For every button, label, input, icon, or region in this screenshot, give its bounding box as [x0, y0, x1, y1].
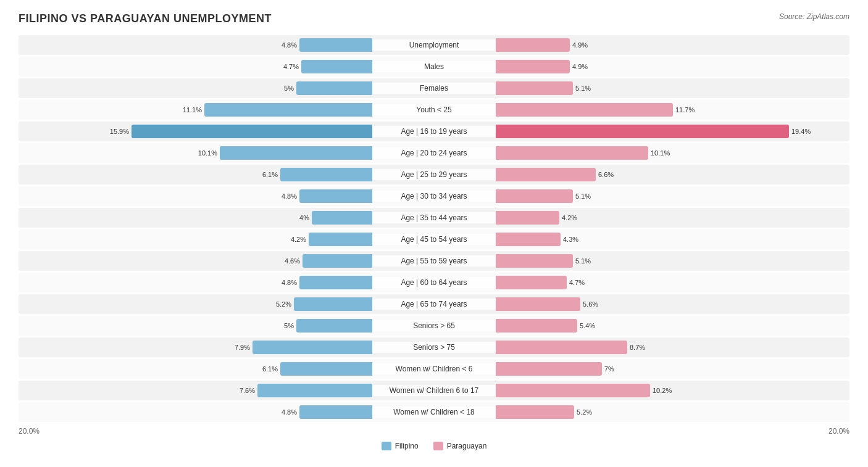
bar-blue: 5%	[296, 319, 372, 333]
right-value: 5.2%	[577, 408, 592, 416]
left-section: 6.1%	[19, 165, 372, 184]
left-section: 5%	[19, 78, 372, 98]
right-bar-container: 4.7%	[496, 276, 849, 289]
center-label: Age | 60 to 64 years	[372, 277, 496, 288]
left-bar-container: 4%	[19, 211, 372, 225]
right-bar-container: 11.7%	[496, 103, 849, 117]
left-bar-container: 4.8%	[19, 189, 372, 203]
right-value: 10.2%	[653, 387, 672, 394]
right-section: 5.1%	[496, 186, 849, 206]
right-section: 4.3%	[496, 229, 849, 249]
chart-row-10: 4.6% Age | 55 to 59 years 5.1%	[19, 251, 849, 271]
bar-pink: 8.7%	[496, 341, 627, 354]
axis-left-label: 20.0%	[19, 427, 372, 436]
left-bar-container: 4.7%	[19, 60, 372, 73]
chart-row-8: 4% Age | 35 to 44 years 4.2%	[19, 208, 849, 228]
chart-row-6: 6.1% Age | 25 to 29 years 6.6%	[19, 165, 849, 184]
left-value: 4.7%	[283, 63, 299, 70]
right-value: 4.2%	[562, 214, 577, 221]
bar-blue: 5%	[296, 81, 372, 95]
left-section: 4%	[19, 208, 372, 228]
left-value: 4.8%	[282, 41, 297, 49]
left-value: 5%	[284, 85, 294, 92]
bar-blue: 4.8%	[299, 189, 372, 203]
right-bar-container: 5.1%	[496, 189, 849, 203]
bar-blue: 6.1%	[280, 362, 372, 376]
legend-label-filipino: Filipino	[395, 442, 419, 450]
center-label: Women w/ Children 6 to 17	[372, 385, 496, 396]
chart-row-15: 6.1% Women w/ Children < 6 7%	[19, 359, 849, 379]
right-bar-container: 6.6%	[496, 168, 849, 181]
right-section: 10.2%	[496, 381, 849, 400]
legend-label-paraguayan: Paraguayan	[447, 442, 487, 450]
bar-pink: 4.9%	[496, 38, 570, 52]
left-value: 5.2%	[276, 300, 291, 308]
right-value: 5.6%	[583, 300, 598, 308]
left-bar-container: 7.9%	[19, 341, 372, 354]
bar-blue: 5.2%	[294, 297, 372, 311]
center-label: Youth < 25	[372, 104, 496, 115]
right-bar-container: 5.6%	[496, 297, 849, 311]
bar-blue: 15.9%	[131, 125, 372, 138]
bar-pink: 4.7%	[496, 276, 567, 289]
chart-row-12: 5.2% Age | 65 to 74 years 5.6%	[19, 294, 849, 314]
right-value: 6.6%	[598, 171, 614, 178]
left-section: 5%	[19, 316, 372, 336]
left-value: 7.6%	[240, 387, 255, 394]
bar-pink: 11.7%	[496, 103, 673, 117]
left-section: 4.8%	[19, 402, 372, 422]
right-value: 19.4%	[791, 128, 811, 135]
chart-row-16: 7.6% Women w/ Children 6 to 17 10.2%	[19, 381, 849, 400]
left-section: 11.1%	[19, 100, 372, 120]
right-section: 5.2%	[496, 402, 849, 422]
right-bar-container: 4.3%	[496, 233, 849, 246]
bar-blue: 11.1%	[204, 103, 372, 117]
center-label: Age | 25 to 29 years	[372, 169, 496, 180]
right-bar-container: 5.1%	[496, 254, 849, 268]
left-section: 6.1%	[19, 359, 372, 379]
bar-pink: 5.4%	[496, 319, 577, 333]
bar-blue: 4.6%	[303, 254, 372, 268]
chart-row-7: 4.8% Age | 30 to 34 years 5.1%	[19, 186, 849, 206]
left-section: 7.9%	[19, 337, 372, 357]
left-bar-container: 5.2%	[19, 297, 372, 311]
right-value: 4.3%	[563, 236, 578, 243]
left-section: 4.8%	[19, 273, 372, 292]
center-label: Age | 45 to 54 years	[372, 234, 496, 245]
axis-row: 20.0% 20.0%	[19, 427, 849, 436]
left-bar-container: 4.2%	[19, 233, 372, 246]
left-value: 4.8%	[282, 279, 297, 286]
right-section: 5.6%	[496, 294, 849, 314]
chart-row-11: 4.8% Age | 60 to 64 years 4.7%	[19, 273, 849, 292]
right-bar-container: 5.1%	[496, 81, 849, 95]
right-bar-container: 5.4%	[496, 319, 849, 333]
left-value: 4.6%	[285, 257, 300, 265]
legend: Filipino Paraguayan	[19, 442, 849, 450]
right-value: 4.7%	[569, 279, 585, 286]
right-bar-container: 10.2%	[496, 384, 849, 397]
bar-pink: 5.2%	[496, 405, 574, 419]
left-value: 4%	[299, 214, 309, 221]
bar-blue: 4.8%	[299, 276, 372, 289]
bar-pink: 7%	[496, 362, 602, 376]
right-section: 7%	[496, 359, 849, 379]
bar-pink: 4.9%	[496, 60, 570, 73]
bar-pink: 5.1%	[496, 189, 573, 203]
right-bar-container: 10.1%	[496, 146, 849, 160]
left-bar-container: 15.9%	[19, 125, 372, 138]
chart-source: Source: ZipAtlas.com	[779, 12, 849, 21]
bar-pink: 19.4%	[496, 125, 789, 138]
left-bar-container: 5%	[19, 319, 372, 333]
center-label: Seniors > 65	[372, 320, 496, 331]
bar-pink: 10.2%	[496, 384, 650, 397]
right-section: 6.6%	[496, 165, 849, 184]
chart-container: FILIPINO VS PARAGUAYAN UNEMPLOYMENT Sour…	[0, 0, 868, 467]
left-bar-container: 6.1%	[19, 168, 372, 181]
right-bar-container: 4.2%	[496, 211, 849, 225]
center-label: Women w/ Children < 6	[372, 363, 496, 374]
left-section: 4.8%	[19, 35, 372, 55]
right-value: 8.7%	[630, 344, 645, 351]
left-value: 4.2%	[291, 236, 306, 243]
left-value: 10.1%	[198, 149, 217, 157]
left-value: 11.1%	[183, 106, 202, 114]
